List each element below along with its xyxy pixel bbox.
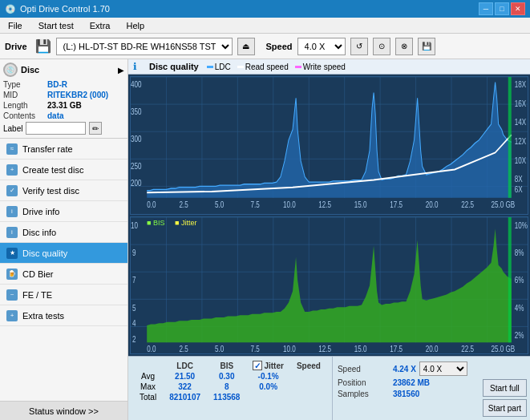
speed-row: Speed 4.24 X 4.0 X [338, 361, 478, 376]
speed-select-stats[interactable]: 4.0 X [419, 361, 467, 376]
svg-text:17.5: 17.5 [390, 343, 403, 353]
drive-select[interactable]: (L:) HL-DT-ST BD-RE WH16NS58 TST4 [56, 38, 233, 55]
avg-ldc: 21.50 [163, 371, 207, 382]
disc-label-edit-button[interactable]: ✏ [89, 122, 102, 135]
svg-text:2%: 2% [515, 329, 524, 340]
sidebar-item-transfer-rate[interactable]: ≈ Transfer rate [0, 139, 127, 160]
sidebar-item-disc-quality[interactable]: ★ Disc quality [0, 243, 127, 264]
stats-table: LDC BIS ✓ Jitter Speed [133, 360, 327, 402]
stats-col-jitter-check[interactable]: ✓ Jitter [246, 360, 289, 371]
svg-text:5.0: 5.0 [215, 200, 224, 209]
jitter-label: Jitter [264, 361, 283, 370]
stats-bar: LDC BIS ✓ Jitter Speed [128, 356, 530, 420]
position-row: Position 23862 MB [338, 378, 478, 387]
avg-label: Avg [133, 371, 163, 382]
svg-text:5: 5 [132, 302, 136, 313]
maximize-button[interactable]: □ [495, 2, 509, 15]
write-speed-legend-label: Write speed [303, 63, 346, 71]
sidebar-item-create-test-disc[interactable]: + Create test disc [0, 160, 127, 180]
sidebar-item-fe-te[interactable]: ~ FE / TE [0, 285, 127, 305]
stats-col-bis: BIS [207, 360, 246, 371]
max-jitter: 0.0% [246, 382, 289, 392]
sidebar-item-cd-bier[interactable]: 🍺 CD Bier [0, 264, 127, 285]
transfer-rate-icon: ≈ [6, 143, 18, 155]
stats-row-avg: Avg 21.50 0.30 -0.1% [133, 371, 327, 382]
app-title: Opti Drive Control 1.70 [20, 4, 110, 14]
disc-length-label: Length [3, 101, 47, 110]
svg-text:4: 4 [132, 318, 136, 329]
svg-text:9: 9 [132, 247, 136, 257]
save-button[interactable]: 💾 [418, 38, 435, 55]
legend-read-speed: Read speed [237, 63, 289, 71]
svg-rect-40 [508, 77, 512, 198]
menu-file[interactable]: File [3, 19, 27, 32]
start-full-button[interactable]: Start full [483, 379, 527, 397]
disc-action-btn2[interactable]: ⊗ [395, 38, 413, 55]
svg-text:4%: 4% [515, 302, 524, 313]
avg-jitter: -0.1% [246, 371, 289, 382]
drive-bar: Drive 💾 (L:) HL-DT-ST BD-RE WH16NS58 TST… [0, 34, 530, 59]
bis-jitter-chart-svg: 10 9 7 5 4 2 10% 8% 6% 4% 2% 0.0 2.5 [131, 217, 528, 354]
status-window-button[interactable]: Status window >> [0, 401, 127, 420]
speed-select[interactable]: 4.0 X 2.0 X 1.0 X 8.0 X [297, 38, 346, 55]
eject-button[interactable]: ⏏ [237, 38, 255, 55]
nav-label-extra-tests: Extra tests [22, 311, 64, 321]
start-part-button[interactable]: Start part [483, 399, 527, 417]
total-jitter-empty [246, 392, 289, 402]
disc-label-row: Label ✏ [3, 122, 124, 135]
refresh-button[interactable]: ↺ [350, 38, 368, 55]
disc-mid-label: MID [3, 91, 47, 99]
sidebar-item-verify-test-disc[interactable]: ✓ Verify test disc [0, 180, 127, 201]
samples-label: Samples [338, 390, 390, 398]
svg-text:10%: 10% [515, 220, 528, 230]
svg-text:250: 250 [131, 162, 141, 171]
svg-text:8%: 8% [515, 247, 524, 257]
fe-te-icon: ~ [6, 289, 18, 301]
stats-row-total: Total 8210107 113568 [133, 392, 327, 402]
close-button[interactable]: ✕ [511, 2, 525, 15]
position-label: Position [338, 378, 390, 387]
nav-label-create-test-disc: Create test disc [22, 165, 83, 175]
cd-bier-icon: 🍺 [6, 269, 18, 280]
stats-col-empty [133, 360, 163, 371]
disc-contents-label: Contents [3, 111, 47, 120]
sidebar-item-extra-tests[interactable]: + Extra tests [0, 305, 127, 326]
svg-text:8X: 8X [515, 175, 524, 184]
max-speed-empty [290, 382, 327, 392]
disc-action-btn1[interactable]: ⊙ [373, 38, 390, 55]
write-speed-legend-dot [295, 66, 301, 68]
verify-test-disc-icon: ✓ [6, 185, 18, 196]
drive-label: Drive [5, 42, 27, 51]
minimize-button[interactable]: ─ [479, 2, 493, 15]
nav-label-disc-info: Disc info [22, 228, 56, 237]
menu-help[interactable]: Help [121, 19, 149, 32]
svg-text:25.0 GB: 25.0 GB [492, 343, 516, 353]
sidebar-item-drive-info[interactable]: i Drive info [0, 201, 127, 222]
nav-label-drive-info: Drive info [22, 207, 59, 216]
svg-text:20.0: 20.0 [426, 343, 439, 353]
menu-extra[interactable]: Extra [85, 19, 115, 32]
stats-right: Speed 4.24 X 4.0 X Position 23862 MB Sam… [332, 357, 483, 420]
nav-label-fe-te: FE / TE [22, 290, 52, 300]
svg-text:7.5: 7.5 [251, 343, 261, 353]
svg-text:2: 2 [132, 333, 136, 344]
svg-text:5.0: 5.0 [215, 343, 225, 353]
disc-label-input[interactable] [26, 122, 86, 135]
disc-type-row: Type BD-R [3, 80, 124, 89]
sidebar-item-disc-info[interactable]: i Disc info [0, 222, 127, 243]
svg-text:25.0 GB: 25.0 GB [492, 200, 516, 209]
disc-fields: Type BD-R MID RITEKBR2 (000) Length 23.3… [3, 80, 124, 135]
svg-rect-80 [508, 217, 512, 342]
menu-start-test[interactable]: Start test [34, 19, 79, 32]
ldc-legend-dot [207, 66, 213, 68]
disc-header: 💿 Disc ▶ [3, 63, 124, 77]
svg-text:300: 300 [131, 135, 141, 143]
svg-text:10: 10 [131, 220, 138, 230]
action-buttons: Start full Start part [483, 357, 530, 420]
ldc-chart-svg: 400 350 300 250 200 18X 16X 14X 12X [131, 77, 528, 214]
drive-info-icon: i [6, 206, 18, 217]
disc-quality-header: ℹ Disc quality LDC Read speed Write spee… [128, 59, 530, 75]
jitter-checkbox[interactable]: ✓ [253, 361, 262, 370]
disc-mid-value: RITEKBR2 (000) [47, 91, 108, 99]
svg-text:10.0: 10.0 [283, 200, 296, 209]
